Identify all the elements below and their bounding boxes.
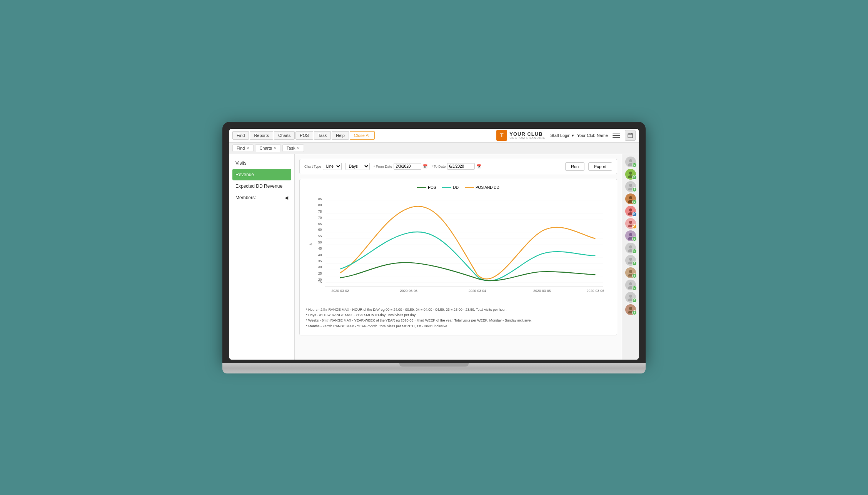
chart-area: Chart Type Line Bar Days Hours — [295, 154, 622, 360]
staff-login[interactable]: Staff Login ▾ — [550, 133, 574, 138]
chart-type-group: Chart Type Line Bar — [304, 163, 342, 170]
avatar-5[interactable]: O — [625, 218, 636, 229]
svg-point-49 — [629, 282, 632, 285]
avatar-1[interactable]: S — [625, 169, 636, 180]
chart-controls: Chart Type Line Bar Days Hours — [299, 159, 617, 174]
from-date-group: * From Date 📅 — [374, 163, 428, 170]
svg-text:15: 15 — [318, 280, 322, 284]
tab-charts-label: Charts — [259, 146, 272, 150]
brand-sub: CUSTOM BRANDING — [509, 137, 546, 140]
chart-svg: 85 80 75 70 65 60 55 50 45 40 — [306, 194, 611, 303]
sidebar-item-revenue[interactable]: Revenue — [232, 169, 291, 180]
chart-type-label: Chart Type — [304, 165, 321, 168]
to-date-calendar-icon[interactable]: 📅 — [476, 164, 481, 168]
app-container: Find Reports Charts POS Task Help Close … — [229, 129, 639, 360]
svg-text:2020-03-05: 2020-03-05 — [533, 288, 551, 292]
svg-text:2020-03-04: 2020-03-04 — [469, 288, 486, 292]
avatar-badge-12: S — [632, 310, 637, 315]
tab-find[interactable]: Find ✕ — [232, 144, 254, 152]
avatar-badge-4: B — [632, 212, 637, 217]
staff-login-label: Staff Login — [550, 133, 570, 138]
hamburger-icon[interactable] — [613, 133, 620, 138]
to-date-label: * To Date — [431, 165, 446, 168]
svg-text:55: 55 — [318, 234, 322, 238]
reports-nav-btn[interactable]: Reports — [250, 131, 273, 140]
legend-dd-label: DD — [453, 185, 458, 190]
avatar-badge-10: S — [632, 286, 637, 290]
from-date-calendar-icon[interactable]: 📅 — [423, 164, 427, 168]
avatar-badge-3: S — [632, 200, 637, 204]
chart-type-select[interactable]: Line Bar — [323, 163, 342, 170]
tab-charts[interactable]: Charts ✕ — [255, 144, 280, 152]
svg-text:80: 80 — [318, 203, 322, 207]
chart-svg-element: 85 80 75 70 65 60 55 50 45 40 — [306, 194, 611, 302]
tab-task-close[interactable]: ✕ — [297, 146, 300, 150]
screen-bezel: Find Reports Charts POS Task Help Close … — [222, 122, 646, 363]
run-button[interactable]: Run — [565, 162, 584, 171]
avatar-badge-6: S — [632, 237, 637, 241]
svg-point-43 — [629, 245, 632, 248]
calendar-btn[interactable] — [625, 130, 636, 141]
to-date-input[interactable] — [447, 163, 475, 170]
sidebar-item-visits[interactable]: Visits — [229, 157, 294, 169]
from-date-input[interactable] — [394, 163, 421, 170]
find-nav-btn[interactable]: Find — [232, 131, 249, 140]
chart-note-2: * Weeks - 6mth RANGE MAX - YEAR-WEEK of … — [306, 318, 611, 323]
svg-point-31 — [629, 172, 632, 175]
avatar-badge-11: S — [632, 298, 637, 303]
avatar-8[interactable]: S — [625, 255, 636, 266]
task-nav-btn[interactable]: Task — [314, 131, 331, 140]
avatar-badge-2: S — [632, 187, 637, 192]
chart-container: POS DD POS AND DD — [299, 179, 617, 336]
legend-dd: DD — [442, 185, 458, 190]
legend-pos-and-dd-label: POS AND DD — [476, 185, 499, 190]
avatar-badge-8: S — [632, 261, 637, 266]
dropdown-arrow-icon: ▾ — [572, 133, 574, 138]
avatar-9[interactable]: S — [625, 267, 636, 278]
sidebar-item-members[interactable]: Members: ◀ — [229, 192, 294, 203]
avatar-6[interactable]: S — [625, 230, 636, 241]
from-date-label: * From Date — [374, 165, 392, 168]
tab-task[interactable]: Task ✕ — [282, 144, 304, 152]
brand-text: YOUR CLUB CUSTOM BRANDING — [509, 132, 546, 140]
pos-nav-btn[interactable]: POS — [295, 131, 313, 140]
export-button[interactable]: Export — [588, 162, 612, 171]
period-select[interactable]: Days Hours Weeks Months — [346, 163, 370, 170]
right-sidebar: S S S — [622, 154, 639, 360]
svg-text:75: 75 — [318, 209, 322, 213]
nav-right: T YOUR CLUB CUSTOM BRANDING Staff Login … — [496, 130, 636, 141]
avatar-badge-0: S — [632, 163, 637, 167]
chart-legend: POS DD POS AND DD — [306, 185, 611, 190]
svg-text:45: 45 — [318, 246, 322, 250]
avatar-0[interactable]: S — [625, 157, 636, 167]
avatar-7[interactable]: S — [625, 243, 636, 253]
help-nav-btn[interactable]: Help — [332, 131, 349, 140]
avatar-4[interactable]: B — [625, 206, 636, 217]
laptop-screen: Find Reports Charts POS Task Help Close … — [229, 129, 639, 360]
sidebar-members-label: Members: — [235, 195, 256, 200]
avatar-badge-9: S — [632, 273, 637, 278]
svg-text:40: 40 — [318, 253, 322, 257]
laptop-base — [222, 363, 646, 373]
svg-point-39 — [629, 221, 632, 224]
svg-point-51 — [629, 295, 632, 298]
sidebar-item-expected-dd[interactable]: Expected DD Revenue — [229, 180, 294, 192]
avatar-badge-7: S — [632, 249, 637, 253]
avatar-12[interactable]: S — [625, 304, 636, 315]
avatar-2[interactable]: S — [625, 181, 636, 192]
brand-logo: T YOUR CLUB CUSTOM BRANDING — [496, 130, 546, 141]
charts-nav-btn[interactable]: Charts — [274, 131, 295, 140]
tab-charts-close[interactable]: ✕ — [274, 146, 277, 150]
tab-task-label: Task — [287, 146, 295, 150]
svg-text:35: 35 — [318, 259, 322, 263]
svg-point-41 — [629, 233, 632, 236]
avatar-3[interactable]: S — [625, 193, 636, 204]
tab-find-close[interactable]: ✕ — [246, 146, 249, 150]
close-all-nav-btn[interactable]: Close All — [350, 131, 375, 140]
avatar-10[interactable]: S — [625, 280, 636, 290]
laptop-outer: Find Reports Charts POS Task Help Close … — [222, 122, 646, 373]
avatar-11[interactable]: S — [625, 292, 636, 303]
main-content: Visits Revenue Expected DD Revenue Membe… — [229, 154, 639, 360]
tabs-row: Find ✕ Charts ✕ Task ✕ — [229, 143, 639, 154]
svg-point-47 — [629, 270, 632, 273]
